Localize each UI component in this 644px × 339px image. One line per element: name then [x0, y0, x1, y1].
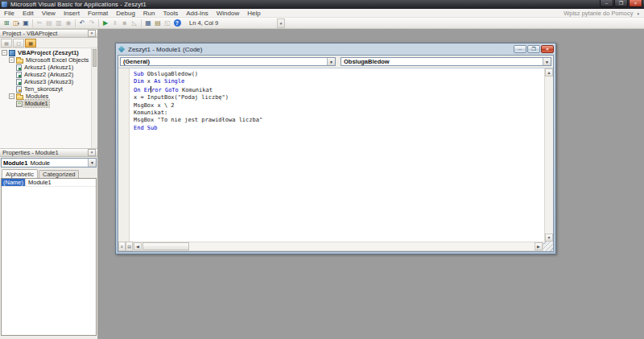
menu-item-run[interactable]: Run [139, 9, 159, 18]
insert-userform-icon[interactable]: ◫▾ [11, 19, 21, 28]
minimize-button[interactable]: – [514, 45, 526, 53]
view-excel-icon[interactable]: ⊞ [2, 19, 11, 28]
project-panel-title-bar[interactable]: Project - VBAProject × [0, 29, 97, 38]
horizontal-scrollbar[interactable]: ◀ ▶ [133, 242, 543, 251]
code-window-bottom-bar: ≡ ▤ ◀ ▶ [118, 242, 553, 251]
find-icon[interactable]: ◉ [64, 19, 73, 28]
toggle-folders-button[interactable]: ▦ [25, 39, 36, 48]
break-icon[interactable]: ‖ [110, 19, 120, 28]
collapse-icon[interactable]: − [9, 93, 14, 99]
toolbar-overflow-button[interactable]: ▾ [277, 19, 285, 28]
selected-object-type: Module [30, 159, 50, 167]
procedure-dropdown[interactable]: ObslugaBledow ▼ [341, 57, 551, 66]
restore-button[interactable]: ❐ [614, 0, 628, 7]
menu-item-insert[interactable]: Insert [60, 9, 84, 18]
help-search-box[interactable]: Wpisz pytanie do Pomocy ▾ [564, 9, 639, 18]
tab-categorized[interactable]: Categorized [39, 170, 79, 178]
view-object-button[interactable]: ▢ [13, 39, 24, 48]
folder-icon [16, 59, 23, 64]
minimize-button[interactable]: – [600, 0, 613, 7]
tree-item-microsoft-excel-objects[interactable]: −Microsoft Excel Objects [0, 56, 97, 64]
collapse-icon[interactable]: − [9, 57, 14, 63]
close-icon[interactable]: × [88, 149, 96, 156]
code-window-title-bar[interactable]: Zeszyt1 - Module1 (Code) – ❐ × [116, 43, 555, 54]
tree-item-module1[interactable]: Module1 [0, 100, 97, 107]
vertical-scrollbar[interactable]: ▲ ▼ [544, 68, 553, 242]
menu-item-edit[interactable]: Edit [19, 9, 38, 18]
object-dropdown[interactable]: (General) ▼ [120, 57, 336, 66]
code-margin-indicator-bar[interactable] [118, 68, 130, 242]
tree-item-label: Microsoft Excel Objects [25, 56, 89, 64]
worksheet-icon [16, 64, 22, 71]
code-window-body: (General) ▼ ObslugaBledow ▼ Sub ObslugaB… [118, 55, 554, 252]
tree-item-label: Arkusz3 (Arkusz3) [23, 78, 74, 85]
project-icon [9, 50, 15, 56]
save-icon[interactable]: ▣ [21, 19, 31, 28]
close-button[interactable]: × [541, 45, 554, 53]
property-value-cell[interactable]: Module1 [26, 179, 52, 186]
tree-item-arkusz2-arkusz2[interactable]: Arkusz2 (Arkusz2) [0, 71, 97, 78]
scroll-up-icon[interactable]: ▲ [545, 68, 553, 76]
run-icon[interactable]: ▶ [101, 19, 110, 28]
chevron-down-icon[interactable]: ▼ [543, 58, 551, 65]
resize-grip[interactable] [543, 242, 553, 251]
redo-icon[interactable]: ↷ [87, 19, 97, 28]
paste-icon[interactable]: ▥ [54, 19, 64, 28]
project-tree-scrollbar[interactable] [91, 48, 97, 148]
design-mode-icon[interactable]: ◺ [130, 19, 139, 28]
properties-panel: Properties - Module1 × Module1 Module ▼ … [0, 148, 97, 339]
scrollbar-track[interactable] [189, 242, 535, 250]
menu-item-format[interactable]: Format [84, 9, 112, 18]
close-icon[interactable]: × [88, 30, 96, 37]
code-line: x = InputBox("Podaj liczbę") [134, 94, 544, 101]
property-row[interactable]: (Name)Module1 [2, 179, 96, 187]
project-explorer-icon[interactable]: ▦ [143, 19, 153, 28]
code-editor[interactable]: Sub ObslugaBledow()Dim x As SingleOn Err… [130, 68, 544, 242]
help-icon[interactable]: ? [172, 19, 182, 28]
procedure-view-button[interactable]: ≡ [118, 242, 126, 251]
menu-item-window[interactable]: Window [213, 9, 243, 18]
property-name-cell[interactable]: (Name) [2, 179, 26, 186]
scrollbar-thumb[interactable] [142, 242, 189, 250]
cut-icon[interactable]: ✂ [35, 19, 44, 28]
chevron-down-icon[interactable]: ▼ [327, 58, 335, 65]
scroll-down-icon[interactable]: ▼ [545, 234, 553, 242]
chevron-down-icon[interactable]: ▼ [88, 159, 96, 167]
menu-item-view[interactable]: View [38, 9, 60, 18]
tree-item-label: Ten_skoroszyt [23, 85, 64, 93]
toolbar: ⊞◫▾▣✂▤▥◉↶↷▶‖■◺▦▤◱? Ln 4, Col 9 ▾ [0, 18, 644, 29]
tree-item-ten-skoroszyt[interactable]: Ten_skoroszyt [0, 85, 97, 93]
code-combo-row: (General) ▼ ObslugaBledow ▼ [118, 56, 553, 68]
collapse-icon[interactable]: − [2, 50, 7, 56]
scroll-right-icon[interactable]: ▶ [535, 242, 543, 250]
view-code-button[interactable]: ▤ [1, 39, 12, 48]
code-line: Dim x As Single [134, 78, 544, 85]
tab-alphabetic[interactable]: Alphabetic [2, 169, 38, 178]
tree-item-arkusz1-arkusz1[interactable]: Arkusz1 (Arkusz1) [0, 64, 97, 71]
tree-item-arkusz3-arkusz3[interactable]: Arkusz3 (Arkusz3) [0, 78, 97, 85]
properties-window-icon[interactable]: ▤ [153, 19, 163, 28]
scroll-left-icon[interactable]: ◀ [134, 242, 142, 250]
restore-button[interactable]: ❐ [527, 45, 540, 53]
close-button[interactable]: × [629, 0, 642, 7]
menu-item-tools[interactable]: Tools [159, 9, 183, 18]
undo-icon[interactable]: ↶ [77, 19, 87, 28]
object-selector-combobox[interactable]: Module1 Module ▼ [1, 158, 97, 167]
menu-item-debug[interactable]: Debug [112, 9, 139, 18]
menu-item-file[interactable]: File [0, 9, 19, 18]
code-line: End Sub [134, 125, 544, 132]
project-explorer-panel: Project - VBAProject × ▤▢▦ −VBAProject (… [0, 29, 97, 148]
full-module-view-button[interactable]: ▤ [126, 242, 133, 251]
properties-tabs: AlphabeticCategorized [0, 168, 97, 178]
object-browser-icon[interactable]: ◱ [163, 19, 172, 28]
copy-icon[interactable]: ▤ [44, 19, 54, 28]
reset-icon[interactable]: ■ [120, 19, 130, 28]
scrollbar-thumb[interactable] [93, 49, 97, 67]
tree-item-vbaproject-zeszyt1[interactable]: −VBAProject (Zeszyt1) [0, 49, 97, 56]
menu-item-addins[interactable]: Add-Ins [182, 9, 213, 18]
toolbar-icons: ⊞◫▾▣✂▤▥◉↶↷▶‖■◺▦▤◱? [2, 19, 182, 28]
menu-item-help[interactable]: Help [243, 9, 264, 18]
properties-panel-title-bar[interactable]: Properties - Module1 × [0, 148, 97, 157]
worksheet-icon [16, 72, 22, 78]
tree-item-modules[interactable]: −Modules [0, 93, 97, 100]
